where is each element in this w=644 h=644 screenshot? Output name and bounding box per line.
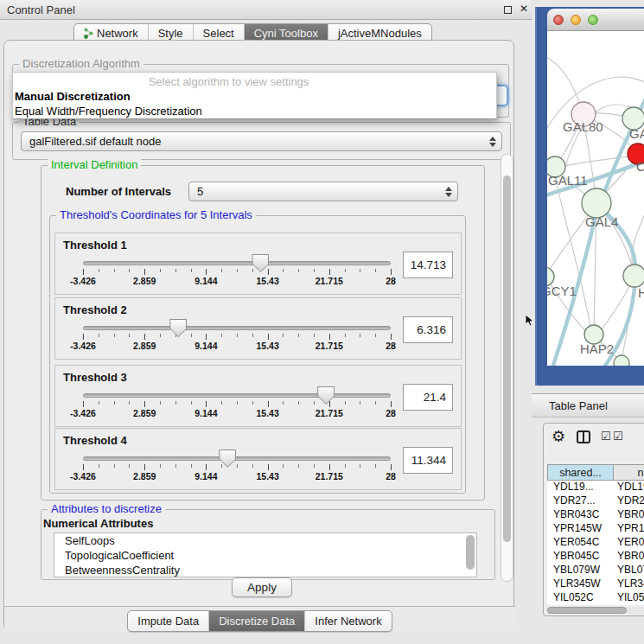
threshold-slider-handle[interactable] bbox=[317, 386, 335, 405]
slider-tick bbox=[160, 401, 161, 405]
interval-definition-group: Interval Definition Number of Intervals … bbox=[41, 165, 485, 501]
checkbox-icon[interactable]: ☑ bbox=[613, 430, 623, 443]
cell-name: YIL052C bbox=[614, 591, 644, 605]
table-row[interactable]: YPR145WYPR145W bbox=[547, 522, 644, 536]
checkbox-icon[interactable]: ☑ bbox=[601, 430, 611, 443]
tab-label: Discretize Data bbox=[219, 615, 295, 628]
slider-tick-label: -3.426 bbox=[70, 408, 96, 418]
threshold-value-field[interactable]: 11.344 bbox=[403, 447, 453, 474]
slider-tick bbox=[206, 269, 207, 275]
table-row[interactable]: YBL079WYBL079W bbox=[547, 564, 644, 577]
float-window-icon[interactable] bbox=[504, 6, 512, 14]
slider-tick bbox=[175, 401, 176, 405]
cell-shared-name: YLR345W bbox=[547, 577, 614, 591]
threshold-label: Threshold 2 bbox=[63, 303, 127, 316]
slider-track[interactable] bbox=[83, 326, 391, 330]
slider-tick bbox=[329, 464, 330, 470]
attribute-list-item[interactable]: TopologicalCoefficient bbox=[54, 548, 476, 563]
slider-tick bbox=[191, 464, 192, 468]
threshold-slider-handle[interactable] bbox=[169, 319, 187, 337]
slider-tick bbox=[283, 401, 284, 405]
slider-tick bbox=[268, 269, 269, 275]
tab-label: Impute Data bbox=[137, 615, 199, 628]
table-row[interactable]: YDR27...YDR27... bbox=[547, 494, 644, 508]
slider-tick bbox=[221, 269, 222, 272]
attribute-list-item[interactable]: SelfLoops bbox=[54, 533, 476, 548]
panel-scrollbar[interactable] bbox=[501, 154, 513, 582]
panel-title: Control Panel bbox=[7, 3, 75, 16]
slider-tick bbox=[206, 401, 207, 407]
slider-tick-label: 15.43 bbox=[256, 276, 278, 286]
attribute-list-item[interactable]: BetweennessCentrality bbox=[54, 563, 476, 577]
close-icon[interactable]: ✕ bbox=[520, 3, 528, 15]
zoom-traffic-light-icon[interactable] bbox=[588, 15, 598, 25]
tab-label: Select bbox=[203, 27, 234, 40]
apply-button[interactable]: Apply bbox=[232, 577, 292, 597]
table-row[interactable]: YBR045CYBR045C bbox=[547, 550, 644, 564]
slider-track[interactable] bbox=[83, 261, 391, 265]
slider-tick bbox=[252, 464, 253, 468]
control-panel: Control Panel ✕ NetworkStyleSelectCyni T… bbox=[0, 0, 532, 644]
minimize-traffic-light-icon[interactable] bbox=[571, 15, 581, 25]
slider-tick bbox=[129, 269, 130, 272]
column-layout-icon[interactable] bbox=[577, 430, 590, 443]
slider-tick bbox=[144, 334, 145, 340]
table-row[interactable]: YIL052CYIL052C bbox=[547, 591, 644, 605]
table-horizontal-scrollbar[interactable] bbox=[546, 607, 644, 614]
threshold-value-field[interactable]: 21.4 bbox=[403, 384, 453, 411]
network-node-h[interactable] bbox=[623, 265, 644, 287]
threshold-value-field[interactable]: 6.316 bbox=[403, 316, 453, 343]
slider-tick bbox=[99, 269, 99, 272]
table-row[interactable]: YBR043CYBR043C bbox=[547, 508, 644, 522]
slider-track[interactable] bbox=[83, 456, 391, 461]
network-node[interactable] bbox=[614, 355, 629, 366]
slider-tick bbox=[144, 269, 145, 275]
network-node-label: GAL4 bbox=[585, 214, 618, 229]
slider-handle-face bbox=[252, 255, 268, 271]
table-row[interactable]: YDL19...YDL19... bbox=[547, 481, 644, 494]
tab-infer-network[interactable]: Infer Network bbox=[304, 611, 391, 631]
cell-name: YER054C bbox=[614, 536, 644, 550]
popup-item-equal-width[interactable]: Equal Width/Frequency Discretization bbox=[15, 105, 202, 118]
tab-impute-data[interactable]: Impute Data bbox=[128, 611, 208, 631]
popup-item-manual-discretization[interactable]: Manual Discretization bbox=[15, 90, 131, 103]
table-row[interactable]: YLR345WYLR345W bbox=[547, 577, 644, 591]
threshold-value-field[interactable]: 14.713 bbox=[403, 252, 453, 278]
table-row[interactable]: YER054CYER054C bbox=[547, 536, 644, 550]
slider-tick bbox=[160, 269, 161, 272]
combo-arrows-icon bbox=[445, 186, 452, 198]
slider-tick bbox=[144, 464, 145, 470]
tab-discretize-data[interactable]: Discretize Data bbox=[208, 611, 304, 631]
network-node-label: H bbox=[638, 285, 644, 300]
slider-tick bbox=[129, 464, 130, 468]
table-hscroll-thumb[interactable] bbox=[547, 607, 627, 614]
slider-tick bbox=[345, 401, 346, 405]
table-data-combobox[interactable]: galFiltered.sif default node bbox=[21, 131, 502, 151]
slider-tick bbox=[114, 464, 115, 468]
column-header-name[interactable]: na bbox=[614, 464, 644, 481]
network-canvas[interactable]: GAL80GACGAL11GAL4GCY1HHAP2 bbox=[547, 31, 644, 366]
slider-tick-label: -3.426 bbox=[70, 276, 96, 286]
slider-tick bbox=[298, 464, 299, 468]
slider-tick bbox=[237, 401, 238, 405]
gear-icon[interactable]: ⚙ bbox=[552, 427, 565, 446]
close-traffic-light-icon[interactable] bbox=[553, 15, 564, 25]
slider-tick bbox=[314, 464, 315, 468]
network-window-titlebar[interactable] bbox=[547, 9, 644, 31]
slider-tick-label: 2.859 bbox=[133, 341, 156, 351]
number-of-intervals-combobox[interactable]: 5 bbox=[188, 182, 458, 201]
attributes-scrollbar[interactable] bbox=[466, 535, 475, 570]
slider-tick bbox=[221, 334, 222, 337]
threshold-slider-handle[interactable] bbox=[252, 254, 269, 272]
panel-scrollbar-thumb[interactable] bbox=[503, 175, 511, 542]
slider-tick bbox=[252, 334, 253, 337]
column-header-shared-name[interactable]: shared... bbox=[547, 464, 614, 481]
slider-track[interactable] bbox=[83, 393, 391, 398]
numerical-attributes-list[interactable]: SelfLoopsTopologicalCoefficientBetweenne… bbox=[54, 532, 477, 577]
network-node-label: GAL11 bbox=[548, 173, 588, 188]
slider-tick bbox=[391, 269, 392, 275]
network-node-gal4[interactable] bbox=[582, 188, 611, 218]
slider-tick-label: 9.144 bbox=[194, 276, 217, 286]
cell-shared-name: YPR145W bbox=[547, 522, 614, 536]
slider-tick bbox=[345, 334, 346, 337]
